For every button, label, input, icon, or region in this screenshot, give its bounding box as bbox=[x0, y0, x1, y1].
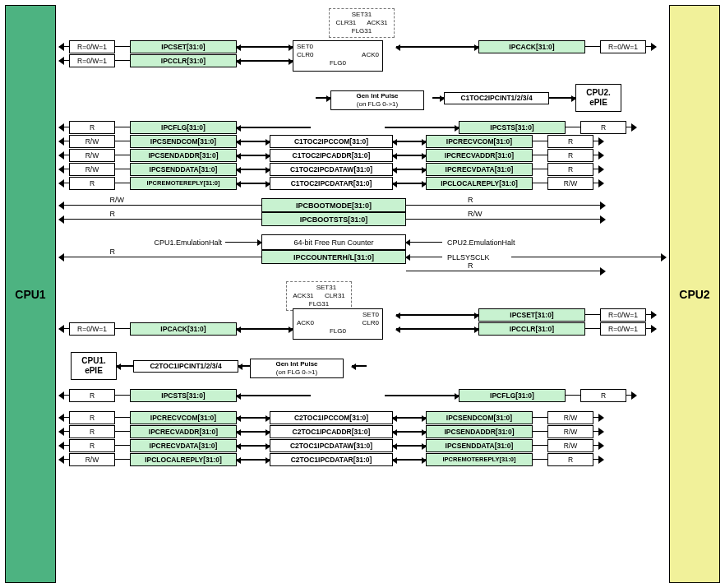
ipcack-reg: IPCACK[31:0] bbox=[478, 40, 585, 53]
set31-label: SET31 bbox=[316, 284, 336, 291]
rw-label: R/W bbox=[547, 439, 593, 452]
flg31-label: FLG31 bbox=[352, 27, 372, 35]
remotereply-reg-c2: IPCREMOTEREPLY[31:0] bbox=[426, 453, 533, 466]
ipcset-reg-c2: IPCSET[31:0] bbox=[478, 308, 585, 322]
recvdata-reg-c2: IPCRECVDATA[31:0] bbox=[130, 439, 237, 452]
arrow bbox=[396, 46, 478, 48]
bootsts-reg: IPCBOOTSTS[31:0] bbox=[261, 212, 406, 226]
c2toc1com: C2TOC1IPCCOM[31:0] bbox=[270, 411, 393, 424]
ipcack-reg-c2: IPCACK[31:0] bbox=[130, 322, 237, 336]
ipcflg-row: R IPCFLG[31:0] IPCSTS[31:0] R bbox=[59, 120, 666, 134]
sendaddr-row: R/W IPCSENDADDR[31:0] C1TOC2IPCADDR[31:0… bbox=[59, 148, 666, 162]
ipcset-row-c2: SET0 ACK0 CLR0 FLG0 IPCSET[31:0] R=0/W=1 bbox=[59, 308, 666, 322]
clr0-label: CLR0 bbox=[362, 319, 379, 327]
rw-label: R bbox=[547, 163, 593, 176]
rw-label: R=0/W=1 bbox=[69, 54, 115, 67]
rw-label: R bbox=[468, 196, 473, 204]
flg31-label: FLG31 bbox=[309, 300, 329, 308]
clr0-label: CLR0 bbox=[297, 51, 313, 59]
rw-label: R=0/W=1 bbox=[69, 322, 115, 336]
flg0-label: FLG0 bbox=[330, 327, 346, 335]
counter-row2: R IPCCOUNTERH/L[31:0] PLLSYSCLK bbox=[59, 250, 666, 264]
clr31-label: CLR31 bbox=[325, 292, 345, 299]
localreply-reg-c2: IPCLOCALREPLY[31:0] bbox=[130, 453, 237, 466]
arrow bbox=[237, 46, 293, 48]
line bbox=[566, 127, 580, 127]
recvcom-reg: IPCRECVCOM[31:0] bbox=[426, 135, 533, 148]
genint-box-c2: Gen Int Pulse (on FLG 0->1) bbox=[250, 354, 352, 378]
c1toc2datar: C1TOC2IPCDATAR[31:0] bbox=[270, 177, 393, 190]
sendaddr-reg-c2: IPCSENDADDR[31:0] bbox=[426, 425, 533, 438]
senddata-reg: IPCSENDDATA[31:0] bbox=[130, 163, 237, 176]
recvaddr-row-c2: R IPCRECVADDR[31:0] C2TOC1IPCADDR[31:0] … bbox=[59, 424, 666, 438]
cpu2-epie: CPU2. ePIE bbox=[575, 84, 621, 112]
rw-label: R bbox=[69, 425, 115, 438]
recvcom-reg-c2: IPCRECVCOM[31:0] bbox=[130, 411, 237, 424]
genint-sub: (on FLG 0->1) bbox=[276, 368, 317, 376]
rw-label: R=0/W=1 bbox=[600, 322, 646, 336]
arrow bbox=[626, 127, 636, 127]
rw-label: R/W bbox=[69, 135, 115, 148]
clr31-label: CLR31 bbox=[335, 19, 356, 26]
c2toc1datar: C2TOC1IPCDATAR[31:0] bbox=[270, 453, 393, 466]
arrow bbox=[59, 46, 69, 47]
sendcom-reg: IPCSENDCOM[31:0] bbox=[130, 135, 237, 148]
recvdata-reg: IPCRECVDATA[31:0] bbox=[426, 163, 533, 176]
line bbox=[115, 127, 130, 127]
flg0-box: SET0 CLR0 ACK0 FLG0 bbox=[293, 40, 383, 72]
genint-title: Gen Int Pulse bbox=[275, 360, 317, 368]
rw-label: R bbox=[69, 177, 115, 190]
sendcom-row: R/W IPCSENDCOM[31:0] C1TOC2IPCCOM[31:0] … bbox=[59, 134, 666, 148]
rw-label: R bbox=[547, 135, 593, 148]
cpu1-label: CPU1 bbox=[15, 288, 45, 301]
rw-label: R/W bbox=[69, 453, 115, 466]
rw-label: R bbox=[110, 210, 116, 218]
rw-label: R bbox=[547, 149, 593, 162]
recvaddr-reg-c2: IPCRECVADDR[31:0] bbox=[130, 425, 237, 438]
c1toc2dataw: C1TOC2IPCDATAW[31:0] bbox=[270, 163, 393, 176]
ipcsts-reg: IPCSTS[31:0] bbox=[459, 121, 566, 134]
freerun-counter-box: 64-bit Free Run Counter bbox=[261, 234, 406, 250]
emu2-label: CPU2.EmulationHalt bbox=[442, 238, 541, 247]
genint-row-c1: Gen Int Pulse (on FLG 0->1) C1TOC2IPCINT… bbox=[59, 84, 666, 112]
rw-label: R bbox=[580, 121, 626, 134]
rw-label: R bbox=[547, 453, 593, 466]
cpu2-label: CPU2 bbox=[679, 288, 709, 301]
rw-label: R/W bbox=[547, 177, 593, 190]
counter-row1: CPU1.EmulationHalt 64-bit Free Run Count… bbox=[59, 234, 666, 250]
bootmode-row: R/W IPCBOOTMODE[31:0] R bbox=[59, 198, 666, 212]
genint-sub: (on FLG 0->1) bbox=[357, 100, 398, 108]
line bbox=[115, 60, 130, 61]
rw-label: R bbox=[69, 439, 115, 452]
int-signal-c2: C2TOC1IPCINT1/2/3/4 bbox=[133, 360, 238, 373]
ipcset-reg: IPCSET[31:0] bbox=[130, 40, 237, 53]
rw-label: R/W bbox=[69, 163, 115, 176]
recvaddr-reg: IPCRECVADDR[31:0] bbox=[426, 149, 533, 162]
remotereply-reg: IPCREMOTEREPLY[31:0] bbox=[130, 177, 237, 190]
rw-label: R=0/W=1 bbox=[69, 40, 115, 53]
rw-label: R/W bbox=[69, 149, 115, 162]
remotereply-row: R IPCREMOTEREPLY[31:0] C1TOC2IPCDATAR[31… bbox=[59, 176, 666, 190]
recvcom-row-c2: R IPCRECVCOM[31:0] C2TOC1IPCCOM[31:0] IP… bbox=[59, 410, 666, 424]
ack31-label: ACK31 bbox=[367, 19, 387, 26]
arrow bbox=[59, 60, 69, 61]
arrow bbox=[237, 60, 293, 62]
rw-label: R=0/W=1 bbox=[600, 40, 646, 53]
counter-row3: R bbox=[59, 264, 666, 278]
c1toc2com: C1TOC2IPCCOM[31:0] bbox=[270, 135, 393, 148]
ack0-label: ACK0 bbox=[362, 51, 379, 59]
rw-label: R/W bbox=[547, 411, 593, 424]
rw-label: R/W bbox=[110, 196, 125, 204]
set0-label: SET0 bbox=[362, 311, 379, 319]
set0-label: SET0 bbox=[297, 43, 313, 51]
rw-label: R bbox=[110, 248, 116, 256]
rw-label: R bbox=[69, 411, 115, 424]
rw-label: R bbox=[468, 262, 473, 270]
c2toc1addr: C2TOC1IPCADDR[31:0] bbox=[270, 425, 393, 438]
recvdata-row-c2: R IPCRECVDATA[31:0] C2TOC1IPCDATAW[31:0]… bbox=[59, 438, 666, 452]
cpu1-block: CPU1 bbox=[5, 5, 56, 583]
senddata-row: R/W IPCSENDDATA[31:0] C1TOC2IPCDATAW[31:… bbox=[59, 162, 666, 176]
flg0-wrapper: SET0 CLR0 ACK0 FLG0 bbox=[293, 40, 396, 53]
arrow bbox=[385, 127, 459, 128]
c1toc2addr: C1TOC2IPCADDR[31:0] bbox=[270, 149, 393, 162]
